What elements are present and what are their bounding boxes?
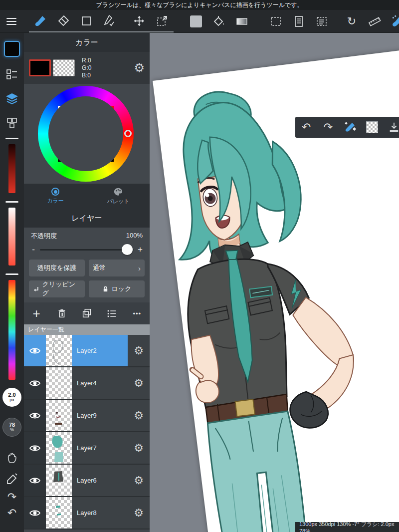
opacity-minus-button[interactable]: -: [30, 245, 37, 255]
layer-list-button[interactable]: [102, 303, 122, 323]
layer-thumbnail[interactable]: [46, 335, 72, 366]
canvas-status-bar: 1300px 350dpi 130% -7° ブラシ: 2.0px 78%: [295, 522, 399, 532]
brush-size-indicator[interactable]: 2.0 px: [2, 388, 21, 407]
layer-name[interactable]: Layer8: [72, 497, 128, 529]
layer-row[interactable]: Layer6 ⚙: [24, 465, 150, 497]
layer-row[interactable]: Layer7 ⚙: [24, 432, 150, 465]
duplicate-layer-button[interactable]: [77, 303, 97, 323]
layer-settings-button[interactable]: ⚙: [128, 465, 150, 496]
ruler-tool-button[interactable]: [363, 10, 386, 32]
layer-settings-button[interactable]: ⚙: [128, 497, 150, 529]
layer-thumbnail[interactable]: [46, 400, 72, 431]
hue-ring[interactable]: [38, 86, 134, 182]
layer-row[interactable]: Layer9 ⚙: [24, 400, 150, 432]
layer-buttons-row-1: 透明度を保護 通常 ›: [24, 258, 150, 278]
protect-alpha-label: 透明度を保護: [37, 264, 76, 272]
layer-visibility-toggle[interactable]: [24, 432, 46, 464]
protect-alpha-button[interactable]: 透明度を保護: [29, 260, 85, 276]
opacity-slider-knob[interactable]: [122, 244, 133, 255]
brush-size-unit: px: [9, 398, 14, 402]
bucket-tool-button[interactable]: [207, 10, 230, 32]
layer-name[interactable]: Layer4: [72, 367, 128, 399]
shape-tool-button[interactable]: [75, 10, 98, 32]
brush-tool-button[interactable]: [29, 10, 52, 32]
background-color-swatch[interactable]: [53, 59, 75, 76]
layer-visibility-toggle[interactable]: [24, 367, 46, 399]
transform-icon: [156, 14, 169, 27]
transparent-color-button[interactable]: [361, 117, 383, 138]
eyedropper-tool-button[interactable]: [6, 473, 18, 485]
brush-icon: [34, 14, 47, 27]
layer-visibility-toggle[interactable]: [24, 400, 46, 431]
copy-tool-button[interactable]: [287, 10, 310, 32]
eyedropper-icon: [6, 473, 18, 485]
layer-name[interactable]: Layer2: [72, 335, 128, 366]
layer-name[interactable]: Layer9: [72, 400, 128, 431]
layer-row[interactable]: Layer2 ⚙: [24, 335, 150, 367]
layer-name[interactable]: Layer6: [72, 465, 128, 496]
add-layer-button[interactable]: +: [26, 303, 46, 323]
red-shade-slider[interactable]: [8, 144, 15, 193]
foreground-color-swatch[interactable]: [29, 59, 51, 76]
tab-palette[interactable]: パレット: [87, 184, 150, 209]
quick-undo-button[interactable]: ↶: [295, 117, 317, 138]
save-button[interactable]: [383, 117, 399, 138]
material-panel-button[interactable]: [5, 117, 18, 130]
opacity-plus-button[interactable]: +: [137, 245, 144, 255]
layer-visibility-toggle[interactable]: [24, 497, 46, 529]
more-options-button[interactable]: •••: [127, 303, 147, 323]
saturation-value-square[interactable]: [58, 106, 114, 162]
hand-tool-button[interactable]: [6, 452, 18, 464]
list-icon: [106, 308, 117, 319]
layer-name[interactable]: Layer7: [72, 432, 128, 464]
brush-opacity-indicator[interactable]: 78 %: [2, 418, 21, 437]
canvas-paper[interactable]: [153, 42, 399, 532]
edit-brush-tool-button[interactable]: [386, 10, 399, 32]
delete-layer-button[interactable]: [52, 303, 72, 323]
current-color-button[interactable]: [4, 41, 20, 57]
clipping-button[interactable]: クリッピング: [29, 280, 85, 297]
select-pen-tool-button[interactable]: [98, 10, 121, 32]
color-settings-button[interactable]: ⚙: [134, 61, 145, 75]
layer-thumbnail[interactable]: [46, 432, 72, 464]
tab-color[interactable]: カラー: [24, 184, 87, 209]
undo-button[interactable]: ↶: [7, 508, 16, 519]
gradient-tool-button[interactable]: [230, 10, 253, 32]
layer-thumbnail[interactable]: [46, 367, 72, 399]
move-tool-button[interactable]: [128, 10, 151, 32]
rotate-canvas-button[interactable]: ↻: [340, 10, 363, 32]
layer-row[interactable]: Layer8 ⚙: [24, 497, 150, 530]
quick-redo-button[interactable]: ↷: [317, 117, 339, 138]
clipping-label: クリッピング: [42, 280, 81, 298]
layer-list-header-text: レイヤー一覧: [28, 325, 64, 334]
menu-button[interactable]: [0, 10, 23, 32]
eraser-tool-button[interactable]: [52, 10, 75, 32]
lock-button[interactable]: ロック: [89, 280, 145, 297]
blend-mode-button[interactable]: 通常 ›: [89, 260, 145, 276]
layer-settings-button[interactable]: ⚙: [128, 367, 150, 399]
hue-marker[interactable]: [124, 130, 132, 137]
deselect-tool-button[interactable]: [310, 10, 333, 32]
layer-settings-button[interactable]: ⚙: [128, 335, 150, 366]
brush-settings-button[interactable]: [5, 68, 18, 81]
color-swatch-tool[interactable]: [185, 10, 207, 32]
opacity-slider[interactable]: [40, 249, 134, 251]
transform-tool-button[interactable]: [151, 10, 174, 32]
layers-panel-button[interactable]: [5, 92, 19, 106]
layer-settings-button[interactable]: ⚙: [128, 400, 150, 431]
download-icon: [388, 121, 399, 133]
rgb-g: G:0: [82, 64, 91, 72]
sv-marker[interactable]: [59, 153, 65, 159]
layer-thumbnail[interactable]: [46, 465, 72, 496]
layer-thumbnail[interactable]: [46, 497, 72, 529]
tint-slider[interactable]: [8, 208, 15, 266]
hue-spectrum-slider[interactable]: [8, 280, 15, 380]
layer-row[interactable]: Layer4 ⚙: [24, 367, 150, 400]
eye-icon: [29, 345, 41, 357]
layer-visibility-toggle[interactable]: [24, 335, 46, 366]
color-change-brush-button[interactable]: [339, 117, 361, 138]
layer-settings-button[interactable]: ⚙: [128, 432, 150, 464]
marquee-select-tool-button[interactable]: [264, 10, 287, 32]
redo-button[interactable]: ↷: [7, 492, 16, 503]
layer-visibility-toggle[interactable]: [24, 465, 46, 496]
